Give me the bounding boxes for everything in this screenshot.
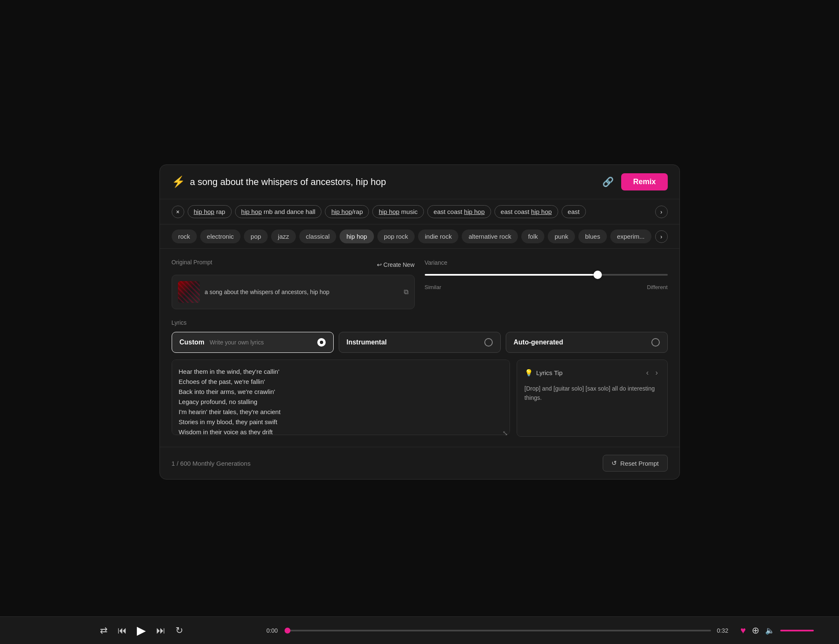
create-new-button[interactable]: ↩ Create New	[377, 261, 415, 268]
reset-label: Reset Prompt	[620, 460, 659, 467]
tag-east-coast-hip-hop-1[interactable]: east coast hip hop	[427, 205, 491, 218]
header-right: 🔗 Remix	[600, 173, 667, 190]
prompt-text: a song about the whispers of ancestors, …	[205, 289, 399, 295]
tip-next-button[interactable]: ›	[654, 368, 660, 378]
prompt-card: a song about the whispers of ancestors, …	[172, 275, 415, 309]
variance-label: Variance	[425, 259, 447, 266]
shuffle-button[interactable]: ⇄	[100, 625, 107, 636]
main-container: ⚡ a song about the whispers of ancestors…	[159, 164, 680, 480]
prompt-thumbnail	[178, 281, 200, 303]
remix-button[interactable]: Remix	[621, 173, 667, 190]
variance-labels: Similar Different	[425, 284, 668, 290]
tags-next-button[interactable]: ›	[655, 206, 668, 218]
play-button[interactable]: ▶	[137, 623, 146, 637]
slider-container	[425, 266, 668, 281]
genre-electronic[interactable]: electronic	[200, 229, 240, 243]
next-button[interactable]: ⏭	[156, 625, 165, 636]
genre-alternative-rock[interactable]: alternative rock	[462, 229, 518, 243]
add-button[interactable]: ⊕	[752, 625, 759, 636]
volume-bar[interactable]	[780, 630, 814, 631]
lyrics-option-custom-label: Custom Write your own lyrics	[180, 339, 264, 346]
variance-slider[interactable]	[425, 274, 668, 276]
instrumental-radio	[484, 338, 493, 347]
custom-label: Custom	[180, 339, 205, 346]
lyrics-area-row: Hear them in the wind, they're callin' E…	[172, 360, 668, 437]
tag-hip-hop-music[interactable]: hip hop music	[372, 205, 424, 218]
volume-icon: 🔈	[765, 626, 774, 635]
time-total: 0:32	[717, 627, 732, 634]
genre-row: rock electronic pop jazz classical hip h…	[160, 224, 680, 249]
prompt-variance-row: Original Prompt ↩ Create New a song abou…	[172, 259, 668, 309]
genre-next-button[interactable]: ›	[655, 230, 668, 243]
tags-row: × hip hop rap hip hop rnb and dance hall…	[160, 199, 680, 224]
genre-rock[interactable]: rock	[172, 229, 197, 243]
tip-title-row: 💡 Lyrics Tip	[525, 369, 563, 377]
lyrics-textarea[interactable]: Hear them in the wind, they're callin' E…	[172, 360, 510, 435]
genre-experimental[interactable]: experim...	[610, 229, 651, 243]
prompt-section: Original Prompt ↩ Create New a song abou…	[172, 259, 415, 309]
content-area: Original Prompt ↩ Create New a song abou…	[160, 249, 680, 447]
tag-east[interactable]: east	[562, 205, 586, 218]
repeat-button[interactable]: ↻	[175, 625, 183, 636]
bolt-icon: ⚡	[172, 175, 185, 188]
header-left: ⚡ a song about the whispers of ancestors…	[172, 175, 386, 188]
custom-radio	[317, 338, 326, 347]
auto-label: Auto-generated	[514, 339, 563, 346]
progress-thumb	[285, 628, 290, 634]
reset-prompt-button[interactable]: ↺ Reset Prompt	[603, 455, 668, 472]
genre-folk[interactable]: folk	[521, 229, 544, 243]
resize-handle[interactable]: ⤡	[502, 429, 508, 435]
tip-prev-button[interactable]: ‹	[645, 368, 651, 378]
player-right: ♥ ⊕ 🔈	[740, 625, 814, 636]
lyrics-textarea-container: Hear them in the wind, they're callin' E…	[172, 360, 510, 437]
tip-lightbulb-icon: 💡	[525, 369, 533, 377]
tip-header: 💡 Lyrics Tip ‹ ›	[525, 368, 660, 378]
genre-classical[interactable]: classical	[299, 229, 337, 243]
reset-icon: ↺	[612, 459, 617, 467]
lyrics-label: Lyrics	[172, 319, 668, 326]
page-title: a song about the whispers of ancestors, …	[190, 177, 386, 188]
player-controls: ⇄ ⏮ ▶ ⏭ ↻	[25, 623, 258, 637]
lyrics-options: Custom Write your own lyrics Instrumenta…	[172, 332, 668, 353]
tip-text: [Drop] and [guitar solo] [sax solo] all …	[525, 384, 660, 403]
player-bar: ⇄ ⏮ ▶ ⏭ ↻ 0:00 0:32 ♥ ⊕ 🔈	[0, 616, 839, 644]
tip-title: Lyrics Tip	[536, 369, 563, 376]
genre-hip-hop[interactable]: hip hop	[340, 229, 374, 243]
tip-nav: ‹ ›	[645, 368, 660, 378]
progress-bar[interactable]	[288, 630, 711, 631]
variance-section: Variance Similar Different	[425, 259, 668, 309]
custom-sub: Write your own lyrics	[210, 339, 264, 346]
original-prompt-label: Original Prompt	[172, 259, 212, 266]
genre-jazz[interactable]: jazz	[271, 229, 296, 243]
tag-east-coast-hip-hop-2[interactable]: east coast hip hop	[494, 205, 558, 218]
instrumental-label: Instrumental	[347, 339, 387, 346]
prev-button[interactable]: ⏮	[118, 625, 127, 636]
copy-prompt-button[interactable]: ⧉	[404, 288, 408, 296]
tag-hip-hop-rnb[interactable]: hip hop rnb and dance hall	[235, 205, 322, 218]
genre-blues[interactable]: blues	[578, 229, 607, 243]
tag-hip-hop-rap[interactable]: hip hop rap	[188, 205, 232, 218]
lyrics-option-instrumental[interactable]: Instrumental	[339, 332, 501, 353]
page-wrapper: ⚡ a song about the whispers of ancestors…	[0, 0, 839, 644]
footer: 1 / 600 Monthly Generations ↺ Reset Prom…	[160, 447, 680, 479]
different-label: Different	[647, 284, 668, 290]
auto-radio	[651, 338, 660, 347]
tip-panel: 💡 Lyrics Tip ‹ › [Drop] and [guitar solo…	[517, 360, 668, 437]
heart-button[interactable]: ♥	[740, 625, 746, 636]
lyrics-option-auto[interactable]: Auto-generated	[506, 332, 668, 353]
tag-hip-hop-slash-rap[interactable]: hip hop/rap	[325, 205, 369, 218]
header: ⚡ a song about the whispers of ancestors…	[160, 165, 680, 199]
share-button[interactable]: 🔗	[600, 173, 616, 190]
tag-close-button[interactable]: ×	[172, 206, 184, 218]
genre-indie-rock[interactable]: indie rock	[418, 229, 458, 243]
genre-pop[interactable]: pop	[244, 229, 268, 243]
lyrics-option-custom[interactable]: Custom Write your own lyrics	[172, 332, 334, 353]
genre-pop-rock[interactable]: pop rock	[377, 229, 415, 243]
genre-punk[interactable]: punk	[548, 229, 575, 243]
generations-text: 1 / 600 Monthly Generations	[172, 460, 251, 467]
progress-area: 0:00 0:32	[267, 627, 732, 634]
time-current: 0:00	[267, 627, 282, 634]
similar-label: Similar	[425, 284, 442, 290]
